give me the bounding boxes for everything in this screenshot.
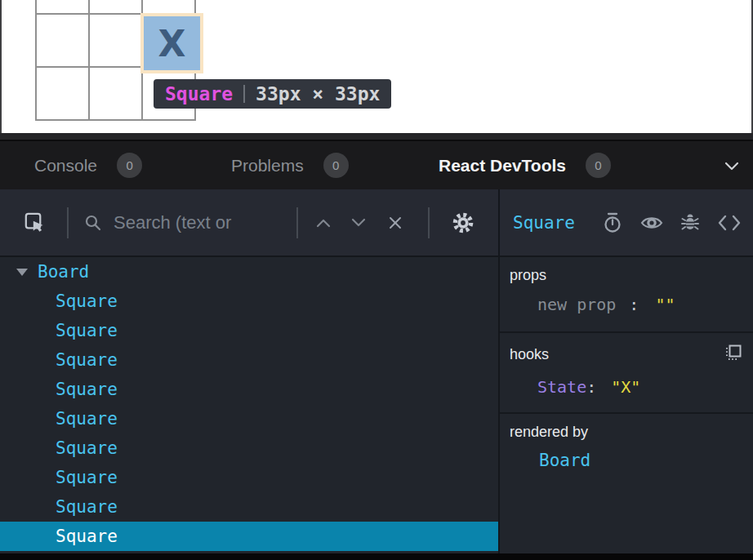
tree-item-square[interactable]: Square — [0, 404, 498, 433]
expander-triangle-icon[interactable] — [16, 269, 28, 276]
settings-button[interactable] — [451, 211, 475, 235]
highlighted-square-cell[interactable]: X — [144, 16, 200, 70]
hook-name-state: State — [537, 377, 586, 397]
problems-count-badge: 0 — [323, 153, 349, 178]
eye-icon — [640, 214, 663, 232]
bottom-edge — [0, 553, 753, 560]
dashed-square-icon — [724, 343, 743, 362]
rendered-by-board-link[interactable]: Board — [539, 451, 745, 470]
search-input[interactable] — [114, 212, 292, 233]
search-clear-button[interactable] — [386, 214, 404, 232]
tab-console[interactable]: Console 0 — [34, 141, 142, 189]
tree-item-square[interactable]: Square — [0, 287, 498, 316]
tooltip-size: 33px × 33px — [256, 83, 380, 104]
parse-hook-names-button[interactable] — [724, 343, 743, 367]
tab-label: Console — [34, 156, 97, 176]
search-next-button[interactable] — [350, 217, 368, 229]
toolbar-divider — [67, 207, 69, 238]
chevron-down-icon — [724, 161, 740, 171]
inspect-tooltip: Square 33px × 33px — [154, 79, 391, 109]
search-prev-button[interactable] — [314, 217, 332, 229]
hooks-section: hooks State: "X" — [500, 333, 753, 414]
log-component-button[interactable] — [680, 212, 700, 233]
tree-item-label: Square — [56, 291, 118, 311]
tree-item-square[interactable]: Square — [0, 316, 498, 345]
board-cell[interactable] — [142, 0, 195, 14]
tree-item-square[interactable]: Square — [0, 433, 498, 463]
component-tree: Board Square Square Square Square Square… — [0, 257, 500, 553]
tree-item-label: Square — [56, 380, 118, 399]
board-cell[interactable] — [89, 0, 142, 14]
tree-item-label: Square — [56, 497, 118, 517]
elements-toolbar — [0, 189, 500, 256]
close-icon — [386, 214, 404, 232]
tab-react-devtools[interactable]: React DevTools 0 — [439, 141, 611, 189]
tree-item-label: Square — [56, 527, 118, 546]
devtools-toolbar: Square — [0, 189, 753, 257]
inspect-dom-button[interactable] — [640, 214, 663, 232]
devtools-content: Board Square Square Square Square Square… — [0, 257, 753, 553]
selected-component-title: Square — [513, 213, 575, 233]
code-icon — [717, 215, 742, 231]
new-prop-value-input[interactable]: "" — [655, 295, 675, 314]
tooltip-divider — [243, 85, 245, 103]
tooltip-component-name: Square — [165, 83, 233, 104]
board-cell[interactable] — [36, 67, 89, 120]
props-section: props new prop : "" — [500, 257, 753, 333]
page-preview: X Square 33px × 33px — [0, 0, 753, 133]
component-details: props new prop : "" hooks State: "X" — [500, 257, 753, 553]
board-cell[interactable] — [36, 0, 89, 14]
tree-item-label: Square — [56, 409, 118, 429]
toolbar-divider — [296, 207, 298, 238]
inspect-icon — [24, 211, 46, 233]
tree-item-square-selected[interactable]: Square — [0, 522, 498, 551]
tree-item-board[interactable]: Board — [0, 257, 498, 287]
rendered-by-section: rendered by Board — [500, 414, 753, 470]
tree-item-square[interactable]: Square — [0, 492, 498, 522]
chevron-down-icon — [350, 217, 368, 229]
stopwatch-icon — [602, 211, 623, 234]
search-icon — [83, 213, 103, 233]
view-source-button[interactable] — [717, 215, 742, 231]
component-inspector-header: Square — [500, 189, 753, 256]
chevron-up-icon — [314, 217, 332, 229]
tree-item-label: Square — [56, 438, 118, 458]
tree-item-label: Square — [56, 468, 118, 487]
new-prop-input[interactable]: new prop — [537, 295, 616, 314]
panel-tabbar: Console 0 Problems 0 React DevTools 0 — [0, 133, 753, 189]
board-cell[interactable] — [89, 67, 142, 120]
tab-problems[interactable]: Problems 0 — [231, 141, 349, 189]
collapse-panel-button[interactable] — [724, 141, 740, 189]
colon: : — [629, 295, 639, 314]
board-cell[interactable] — [36, 14, 89, 67]
inspect-element-button[interactable] — [24, 211, 46, 233]
hooks-section-title: hooks — [510, 346, 549, 363]
hook-state-value[interactable]: "X" — [611, 377, 640, 397]
tree-item-label: Board — [38, 262, 89, 282]
props-section-title: props — [510, 267, 546, 284]
colon: : — [586, 377, 596, 397]
tab-label: Problems — [231, 156, 304, 176]
bug-icon — [680, 212, 700, 233]
tab-label: React DevTools — [439, 156, 566, 176]
devtools-window: X Square 33px × 33px Console 0 Problems … — [0, 0, 753, 560]
inspect-highlight-overlay: X — [140, 13, 203, 73]
toolbar-divider — [428, 207, 430, 238]
suspense-toggle-button[interactable] — [602, 211, 623, 234]
tree-item-square[interactable]: Square — [0, 463, 498, 492]
console-count-badge: 0 — [117, 153, 142, 178]
tree-item-square[interactable]: Square — [0, 345, 498, 375]
gear-icon — [451, 211, 475, 235]
tree-item-label: Square — [56, 350, 118, 370]
tree-item-label: Square — [56, 321, 118, 340]
search-icon-wrap — [83, 213, 103, 233]
tree-item-square[interactable]: Square — [0, 375, 498, 404]
rendered-by-title: rendered by — [510, 424, 588, 441]
react-devtools-count-badge: 0 — [586, 153, 611, 178]
board-cell[interactable] — [89, 14, 142, 67]
